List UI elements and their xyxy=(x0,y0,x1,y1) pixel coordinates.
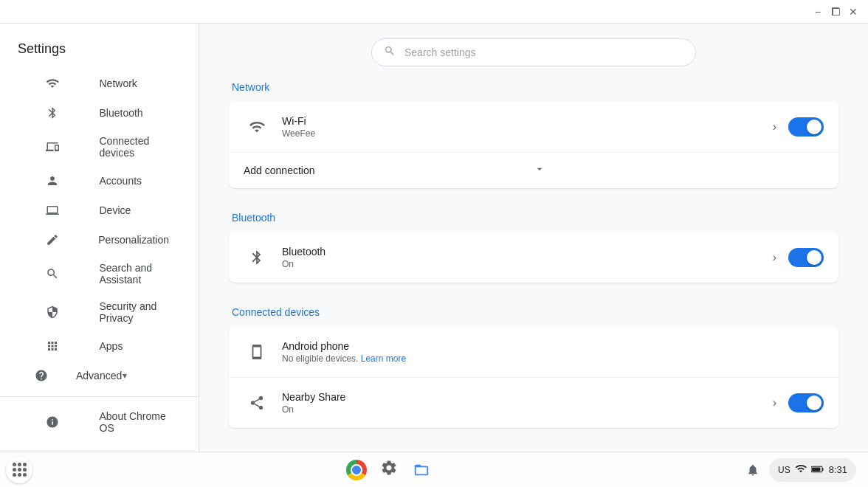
bluetooth-arrow-icon: › xyxy=(773,251,776,264)
network-card: Wi-Fi WeeFee › Add connection xyxy=(229,102,838,188)
sidebar-title: Settings xyxy=(0,35,199,69)
sidebar-item-about[interactable]: About Chrome OS xyxy=(0,403,187,441)
sidebar-item-bluetooth-label: Bluetooth xyxy=(100,107,170,119)
launcher-grid-icon xyxy=(13,463,27,477)
maximize-button[interactable]: ⧠ xyxy=(827,3,844,21)
nearby-share-title: Nearby Share xyxy=(282,391,773,403)
settings-taskbar-icon xyxy=(380,459,398,481)
nearby-share-text: Nearby Share On xyxy=(282,391,773,415)
wifi-status-icon xyxy=(795,463,807,477)
sidebar-item-device-label: Device xyxy=(100,204,170,216)
search-container xyxy=(229,24,838,81)
sidebar-item-advanced-label: Advanced xyxy=(76,370,123,381)
android-phone-row[interactable]: Android phone No eligible devices. Learn… xyxy=(229,327,838,378)
bluetooth-card: Bluetooth On › xyxy=(229,232,838,283)
wifi-icon xyxy=(18,76,88,91)
search-icon xyxy=(384,45,396,60)
wifi-toggle[interactable] xyxy=(788,117,824,137)
minimize-button[interactable]: − xyxy=(809,3,827,21)
nearby-share-status: On xyxy=(282,404,773,415)
bluetooth-section: Bluetooth Bluetooth On › xyxy=(229,212,838,283)
battery-icon xyxy=(811,463,824,477)
add-connection-row[interactable]: Add connection xyxy=(229,153,838,188)
sidebar-item-connected-devices-label: Connected devices xyxy=(100,135,170,159)
wifi-item-icon xyxy=(244,114,270,140)
sidebar-item-bluetooth[interactable]: Bluetooth xyxy=(0,98,187,128)
sidebar-item-security-privacy[interactable]: Security and Privacy xyxy=(0,293,187,331)
sidebar-item-apps-label: Apps xyxy=(100,340,170,352)
notifications-button[interactable] xyxy=(743,460,763,480)
bluetooth-item-icon xyxy=(244,244,270,271)
android-phone-text: Android phone No eligible devices. Learn… xyxy=(282,340,824,364)
sidebar-item-about-label: About Chrome OS xyxy=(100,410,170,434)
devices-icon xyxy=(18,139,88,154)
sidebar-item-advanced[interactable]: Advanced ▾ xyxy=(0,361,187,390)
sidebar-item-accounts-label: Accounts xyxy=(100,175,170,187)
taskbar: US 8:31 xyxy=(0,452,868,487)
bluetooth-icon xyxy=(18,106,88,120)
add-connection-label: Add connection xyxy=(244,165,534,176)
files-app-button[interactable] xyxy=(407,455,436,485)
shield-icon xyxy=(18,305,88,320)
sidebar-item-connected-devices[interactable]: Connected devices xyxy=(0,128,187,166)
android-phone-learn-more-link[interactable]: Learn more xyxy=(361,353,406,364)
bluetooth-title: Bluetooth xyxy=(282,246,773,258)
sidebar-item-search-assistant[interactable]: Search and Assistant xyxy=(0,255,187,293)
connected-devices-section-title: Connected devices xyxy=(229,306,838,318)
laptop-icon xyxy=(18,203,88,218)
sidebar-item-accounts[interactable]: Accounts xyxy=(0,166,187,196)
network-section: Network Wi-Fi WeeFee › Add connecti xyxy=(229,81,838,188)
chrome-icon xyxy=(346,460,367,480)
bluetooth-section-title: Bluetooth xyxy=(229,212,838,224)
main-content: Network Wi-Fi WeeFee › Add connecti xyxy=(199,24,868,452)
wifi-title: Wi-Fi xyxy=(282,115,773,127)
connected-devices-section: Connected devices Android phone No eligi… xyxy=(229,306,838,428)
bluetooth-status: On xyxy=(282,259,773,269)
wifi-item-text: Wi-Fi WeeFee xyxy=(282,115,773,139)
taskbar-left xyxy=(6,457,35,483)
sidebar-item-device[interactable]: Device xyxy=(0,196,187,225)
svg-rect-1 xyxy=(822,468,824,471)
sidebar-item-search-assistant-label: Search and Assistant xyxy=(100,262,170,286)
nearby-share-toggle[interactable] xyxy=(788,393,824,412)
nearby-share-arrow-icon: › xyxy=(773,396,776,410)
search-nav-icon xyxy=(18,266,88,281)
bluetooth-item-text: Bluetooth On xyxy=(282,246,773,269)
svg-rect-2 xyxy=(812,467,820,471)
sidebar-item-network[interactable]: Network xyxy=(0,69,187,98)
info-icon xyxy=(18,415,88,429)
edit-icon xyxy=(18,232,86,247)
wifi-subtitle: WeeFee xyxy=(282,128,773,139)
android-phone-icon xyxy=(244,339,270,365)
app-container: Settings Network Bluetooth Connected dev… xyxy=(0,24,868,452)
bluetooth-row[interactable]: Bluetooth On › xyxy=(229,232,838,283)
wifi-arrow-icon: › xyxy=(773,120,776,134)
taskbar-center xyxy=(35,455,743,485)
android-phone-title: Android phone xyxy=(282,340,824,352)
nearby-share-row[interactable]: Nearby Share On › xyxy=(229,378,838,428)
sidebar-item-personalization-label: Personalization xyxy=(98,234,169,246)
wifi-row[interactable]: Wi-Fi WeeFee › xyxy=(229,102,838,153)
sidebar: Settings Network Bluetooth Connected dev… xyxy=(0,24,199,452)
bluetooth-toggle[interactable] xyxy=(788,248,824,267)
connected-devices-card: Android phone No eligible devices. Learn… xyxy=(229,327,838,428)
person-icon xyxy=(18,173,88,188)
nearby-share-icon xyxy=(244,390,270,416)
android-phone-subtitle: No eligible devices. Learn more xyxy=(282,353,824,364)
chrome-app-button[interactable] xyxy=(342,455,371,485)
sidebar-item-apps[interactable]: Apps xyxy=(0,331,187,361)
launcher-button[interactable] xyxy=(6,457,32,483)
advanced-icon xyxy=(18,368,64,383)
title-bar: − ⧠ ✕ xyxy=(0,0,868,24)
sidebar-item-personalization[interactable]: Personalization xyxy=(0,225,187,255)
taskbar-right: US 8:31 xyxy=(743,458,862,482)
system-tray-button[interactable]: US 8:31 xyxy=(769,458,856,482)
advanced-chevron-icon: ▾ xyxy=(123,370,169,381)
close-button[interactable]: ✕ xyxy=(844,3,862,21)
search-bar[interactable] xyxy=(371,38,696,66)
search-input[interactable] xyxy=(404,46,683,58)
settings-app-button[interactable] xyxy=(374,455,404,485)
clock-display: 8:31 xyxy=(829,464,847,475)
add-connection-chevron-icon xyxy=(534,163,824,178)
files-icon xyxy=(412,462,431,478)
